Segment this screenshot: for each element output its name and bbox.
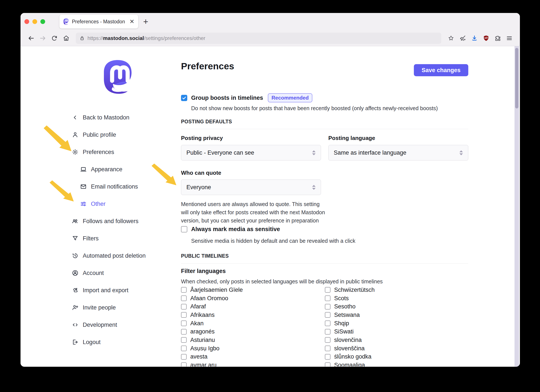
language-checkbox[interactable] — [181, 321, 187, 326]
tab-favicon-mastodon — [63, 18, 69, 25]
scrollbar-track[interactable] — [515, 46, 519, 367]
sidebar-item-logout[interactable]: Logout — [72, 333, 173, 351]
language-checkbox[interactable] — [325, 362, 330, 367]
language-label[interactable]: Asturianu — [190, 337, 215, 343]
language-checkbox[interactable] — [325, 329, 330, 335]
sidebar-item-filters[interactable]: Filters — [72, 230, 173, 247]
who-can-quote-select[interactable]: Everyone — [181, 179, 321, 195]
language-checkbox[interactable] — [325, 287, 330, 293]
sidebar-item-follows-and-followers[interactable]: Follows and followers — [72, 213, 173, 230]
sidebar-item-public-profile[interactable]: Public profile — [72, 126, 173, 144]
language-label[interactable]: Afaraf — [190, 303, 206, 310]
download-icon[interactable] — [471, 35, 478, 42]
language-label[interactable]: aymar aru — [190, 362, 217, 367]
minimize-window-button[interactable] — [32, 19, 37, 24]
language-label[interactable]: Scots — [334, 295, 349, 302]
annotation-arrow-other — [49, 180, 75, 202]
language-checkbox[interactable] — [181, 295, 187, 301]
close-window-button[interactable] — [25, 19, 29, 24]
language-checkbox[interactable] — [325, 295, 330, 301]
language-checkbox[interactable] — [181, 354, 187, 360]
language-label[interactable]: Asụsụ Igbo — [190, 345, 220, 352]
language-checkbox[interactable] — [181, 312, 187, 318]
gear-icon — [72, 149, 79, 155]
language-label[interactable]: Akan — [190, 320, 204, 327]
language-row: Afaan Oromoo — [181, 294, 243, 303]
language-label[interactable]: Schwiizertütsch — [334, 287, 375, 293]
zoom-window-button[interactable] — [40, 19, 45, 24]
browser-tab[interactable]: Preferences - Mastodon ✕ — [59, 15, 138, 29]
sidebar-item-account[interactable]: Account — [72, 264, 173, 282]
language-label[interactable]: slovenščina — [334, 345, 365, 352]
posting-language-select[interactable]: Same as interface language — [328, 145, 468, 160]
sidebar-item-development[interactable]: Development — [72, 316, 173, 333]
language-checkbox[interactable] — [325, 304, 330, 309]
laptop-icon — [80, 166, 87, 173]
sweep-icon[interactable] — [459, 35, 466, 42]
language-label[interactable]: SiSwati — [334, 328, 354, 335]
save-changes-button[interactable]: Save changes — [414, 64, 468, 76]
group-boosts-label[interactable]: Group boosts in timelines — [191, 94, 263, 101]
posting-defaults-header: POSTING DEFAULTS — [181, 119, 232, 125]
ublock-shield-icon[interactable]: uO — [482, 35, 490, 42]
language-checkbox[interactable] — [325, 312, 330, 318]
select-caret-icon — [312, 185, 315, 190]
language-label[interactable]: Åarjelsaemien Gïele — [190, 287, 243, 293]
language-checkbox[interactable] — [325, 321, 330, 326]
tab-close-icon[interactable]: ✕ — [129, 19, 135, 25]
menu-hamburger-icon[interactable] — [506, 35, 513, 42]
url-bar[interactable]: https://mastodon.social/settings/prefere… — [76, 33, 441, 44]
language-label[interactable]: Soomaaliga — [334, 362, 365, 367]
language-checkbox[interactable] — [181, 337, 187, 343]
language-checkbox[interactable] — [181, 362, 187, 367]
sensitive-checkbox[interactable] — [181, 226, 187, 232]
language-checkbox[interactable] — [325, 346, 330, 351]
language-checkbox[interactable] — [325, 337, 330, 343]
language-label[interactable]: Afaan Oromoo — [190, 295, 228, 302]
language-checkbox[interactable] — [325, 354, 330, 360]
sidebar-item-preferences[interactable]: Preferences — [72, 144, 173, 161]
puzzle-extension-icon[interactable] — [494, 35, 501, 42]
language-checkbox[interactable] — [181, 287, 187, 293]
language-row: Afrikaans — [181, 311, 243, 319]
tune-icon — [80, 200, 87, 207]
posting-privacy-select[interactable]: Public - Everyone can see — [181, 145, 321, 160]
language-row: Afaraf — [181, 302, 243, 311]
language-label[interactable]: Sesotho — [334, 303, 355, 310]
sensitive-label[interactable]: Always mark media as sensitive — [191, 226, 280, 233]
bookmark-star-icon[interactable] — [447, 35, 455, 42]
back-icon[interactable] — [27, 35, 35, 42]
group-boosts-checkbox[interactable] — [181, 95, 187, 101]
language-checkbox[interactable] — [181, 329, 187, 335]
lock-icon[interactable] — [79, 35, 85, 41]
sidebar-item-back-to-mastodon[interactable]: Back to Mastodon — [72, 109, 173, 126]
traffic-lights — [25, 19, 45, 24]
language-checkbox[interactable] — [181, 346, 187, 351]
posting-language-label: Posting language — [328, 135, 375, 141]
language-label[interactable]: Shqip — [334, 320, 349, 327]
sidebar-item-import-and-export[interactable]: Import and export — [72, 282, 173, 299]
language-label[interactable]: ślůnsko godka — [334, 353, 371, 360]
language-row: aymar aru — [181, 361, 243, 367]
sidebar-item-invite-people[interactable]: Invite people — [72, 299, 173, 316]
language-label[interactable]: slovenčina — [334, 337, 362, 343]
annotation-arrow-preferences — [43, 125, 72, 152]
language-label[interactable]: Afrikaans — [190, 312, 215, 318]
account-circle-icon — [72, 269, 79, 277]
language-row: Scots — [325, 294, 375, 303]
forward-icon[interactable] — [39, 35, 46, 42]
sidebar-item-automated-post-deletion[interactable]: Automated post deletion — [72, 247, 173, 264]
language-label[interactable]: aragonés — [190, 328, 215, 335]
sidebar-item-other[interactable]: Other — [72, 195, 173, 213]
home-icon[interactable] — [62, 35, 70, 42]
filter-languages-label: Filter languages — [181, 268, 226, 274]
language-checkbox[interactable] — [181, 304, 187, 309]
scrollbar-thumb[interactable] — [515, 48, 518, 109]
reload-icon[interactable] — [51, 35, 58, 42]
url-text: https://mastodon.social/settings/prefere… — [87, 35, 205, 41]
language-label[interactable]: Setswana — [334, 312, 360, 318]
tab-title: Preferences - Mastodon — [72, 19, 129, 25]
language-label[interactable]: avesta — [190, 353, 208, 360]
group-boosts-row: Group boosts in timelines Recommended — [181, 93, 312, 102]
new-tab-button[interactable]: + — [143, 17, 148, 26]
